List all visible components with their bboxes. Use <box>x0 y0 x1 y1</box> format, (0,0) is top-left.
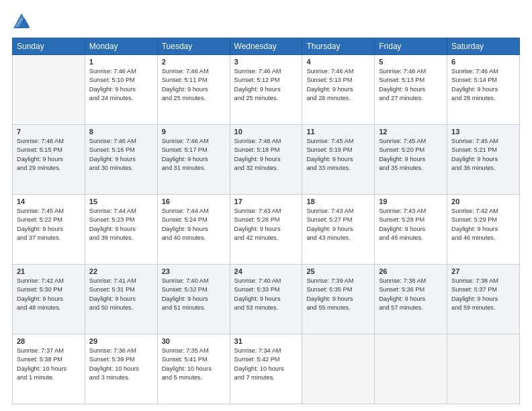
day-info: Sunrise: 7:34 AMSunset: 5:42 PMDaylight:… <box>234 347 298 382</box>
day-info: Sunrise: 7:46 AMSunset: 5:10 PMDaylight:… <box>89 67 153 103</box>
day-info: Sunrise: 7:39 AMSunset: 5:35 PMDaylight:… <box>306 277 370 312</box>
day-number: 27 <box>451 267 515 275</box>
day-info: Sunrise: 7:45 AMSunset: 5:21 PMDaylight:… <box>451 137 515 173</box>
calendar: SundayMondayTuesdayWednesdayThursdayFrid… <box>12 38 520 404</box>
logo-icon <box>12 12 31 31</box>
day-number: 4 <box>306 58 370 66</box>
day-number: 24 <box>234 267 298 275</box>
day-number: 5 <box>379 58 443 66</box>
day-info: Sunrise: 7:35 AMSunset: 5:41 PMDaylight:… <box>162 347 226 382</box>
calendar-cell: 7Sunrise: 7:46 AMSunset: 5:15 PMDaylight… <box>13 125 85 195</box>
calendar-cell: 18Sunrise: 7:43 AMSunset: 5:27 PMDayligh… <box>302 195 375 265</box>
calendar-cell: 2Sunrise: 7:46 AMSunset: 5:11 PMDaylight… <box>157 55 230 125</box>
calendar-cell: 12Sunrise: 7:45 AMSunset: 5:20 PMDayligh… <box>375 125 447 195</box>
day-info: Sunrise: 7:43 AMSunset: 5:28 PMDaylight:… <box>379 207 443 242</box>
day-number: 9 <box>162 128 226 136</box>
day-info: Sunrise: 7:46 AMSunset: 5:15 PMDaylight:… <box>17 137 81 173</box>
calendar-cell: 11Sunrise: 7:45 AMSunset: 5:19 PMDayligh… <box>302 125 375 195</box>
day-number: 19 <box>379 197 443 205</box>
day-header-wednesday: Wednesday <box>230 38 302 55</box>
calendar-cell: 27Sunrise: 7:38 AMSunset: 5:37 PMDayligh… <box>447 265 520 334</box>
day-info: Sunrise: 7:46 AMSunset: 5:14 PMDaylight:… <box>451 67 515 103</box>
day-info: Sunrise: 7:46 AMSunset: 5:17 PMDaylight:… <box>162 137 226 173</box>
day-info: Sunrise: 7:42 AMSunset: 5:29 PMDaylight:… <box>451 207 515 242</box>
day-info: Sunrise: 7:46 AMSunset: 5:13 PMDaylight:… <box>379 67 443 103</box>
page: SundayMondayTuesdayWednesdayThursdayFrid… <box>0 0 532 411</box>
calendar-cell <box>302 334 375 404</box>
calendar-week-row: 28Sunrise: 7:37 AMSunset: 5:38 PMDayligh… <box>13 334 520 404</box>
day-info: Sunrise: 7:37 AMSunset: 5:38 PMDaylight:… <box>17 347 81 382</box>
day-header-saturday: Saturday <box>447 38 520 55</box>
day-info: Sunrise: 7:46 AMSunset: 5:12 PMDaylight:… <box>234 67 298 103</box>
logo <box>12 12 34 31</box>
calendar-cell: 13Sunrise: 7:45 AMSunset: 5:21 PMDayligh… <box>447 125 520 195</box>
day-info: Sunrise: 7:42 AMSunset: 5:30 PMDaylight:… <box>17 277 81 312</box>
day-number: 25 <box>306 267 370 275</box>
header <box>12 12 520 31</box>
day-number: 22 <box>89 267 153 275</box>
calendar-cell <box>13 55 85 125</box>
day-info: Sunrise: 7:43 AMSunset: 5:26 PMDaylight:… <box>234 207 298 242</box>
day-info: Sunrise: 7:46 AMSunset: 5:16 PMDaylight:… <box>89 137 153 173</box>
day-number: 31 <box>234 337 298 345</box>
day-header-monday: Monday <box>85 38 157 55</box>
calendar-cell: 16Sunrise: 7:44 AMSunset: 5:24 PMDayligh… <box>157 195 230 265</box>
calendar-cell: 1Sunrise: 7:46 AMSunset: 5:10 PMDaylight… <box>85 55 157 125</box>
calendar-cell: 23Sunrise: 7:40 AMSunset: 5:32 PMDayligh… <box>157 265 230 334</box>
day-number: 13 <box>451 128 515 136</box>
calendar-cell: 24Sunrise: 7:40 AMSunset: 5:33 PMDayligh… <box>230 265 302 334</box>
day-header-friday: Friday <box>375 38 447 55</box>
day-number: 16 <box>162 197 226 205</box>
calendar-week-row: 7Sunrise: 7:46 AMSunset: 5:15 PMDaylight… <box>13 125 520 195</box>
day-header-thursday: Thursday <box>302 38 375 55</box>
day-info: Sunrise: 7:36 AMSunset: 5:39 PMDaylight:… <box>89 347 153 382</box>
calendar-cell: 17Sunrise: 7:43 AMSunset: 5:26 PMDayligh… <box>230 195 302 265</box>
day-info: Sunrise: 7:44 AMSunset: 5:23 PMDaylight:… <box>89 207 153 242</box>
day-info: Sunrise: 7:40 AMSunset: 5:32 PMDaylight:… <box>162 277 226 312</box>
calendar-header-row: SundayMondayTuesdayWednesdayThursdayFrid… <box>13 38 520 55</box>
calendar-cell: 19Sunrise: 7:43 AMSunset: 5:28 PMDayligh… <box>375 195 447 265</box>
calendar-cell: 30Sunrise: 7:35 AMSunset: 5:41 PMDayligh… <box>157 334 230 404</box>
day-info: Sunrise: 7:40 AMSunset: 5:33 PMDaylight:… <box>234 277 298 312</box>
day-info: Sunrise: 7:41 AMSunset: 5:31 PMDaylight:… <box>89 277 153 312</box>
calendar-cell: 3Sunrise: 7:46 AMSunset: 5:12 PMDaylight… <box>230 55 302 125</box>
calendar-cell: 10Sunrise: 7:46 AMSunset: 5:18 PMDayligh… <box>230 125 302 195</box>
day-number: 21 <box>17 267 81 275</box>
calendar-cell <box>447 334 520 404</box>
day-header-sunday: Sunday <box>13 38 85 55</box>
day-number: 26 <box>379 267 443 275</box>
day-number: 30 <box>162 337 226 345</box>
calendar-cell: 26Sunrise: 7:38 AMSunset: 5:36 PMDayligh… <box>375 265 447 334</box>
calendar-week-row: 1Sunrise: 7:46 AMSunset: 5:10 PMDaylight… <box>13 55 520 125</box>
calendar-cell: 29Sunrise: 7:36 AMSunset: 5:39 PMDayligh… <box>85 334 157 404</box>
day-number: 20 <box>451 197 515 205</box>
day-number: 18 <box>306 197 370 205</box>
calendar-cell: 6Sunrise: 7:46 AMSunset: 5:14 PMDaylight… <box>447 55 520 125</box>
day-info: Sunrise: 7:44 AMSunset: 5:24 PMDaylight:… <box>162 207 226 242</box>
day-info: Sunrise: 7:46 AMSunset: 5:11 PMDaylight:… <box>162 67 226 103</box>
day-number: 3 <box>234 58 298 66</box>
day-info: Sunrise: 7:38 AMSunset: 5:37 PMDaylight:… <box>451 277 515 312</box>
day-info: Sunrise: 7:45 AMSunset: 5:22 PMDaylight:… <box>17 207 81 242</box>
day-number: 10 <box>234 128 298 136</box>
calendar-cell: 9Sunrise: 7:46 AMSunset: 5:17 PMDaylight… <box>157 125 230 195</box>
day-info: Sunrise: 7:45 AMSunset: 5:20 PMDaylight:… <box>379 137 443 173</box>
calendar-cell: 31Sunrise: 7:34 AMSunset: 5:42 PMDayligh… <box>230 334 302 404</box>
day-info: Sunrise: 7:38 AMSunset: 5:36 PMDaylight:… <box>379 277 443 312</box>
day-number: 2 <box>162 58 226 66</box>
calendar-week-row: 21Sunrise: 7:42 AMSunset: 5:30 PMDayligh… <box>13 265 520 334</box>
calendar-cell: 5Sunrise: 7:46 AMSunset: 5:13 PMDaylight… <box>375 55 447 125</box>
day-info: Sunrise: 7:46 AMSunset: 5:18 PMDaylight:… <box>234 137 298 173</box>
calendar-cell: 20Sunrise: 7:42 AMSunset: 5:29 PMDayligh… <box>447 195 520 265</box>
day-number: 23 <box>162 267 226 275</box>
calendar-cell <box>375 334 447 404</box>
day-number: 17 <box>234 197 298 205</box>
day-number: 6 <box>451 58 515 66</box>
day-number: 28 <box>17 337 81 345</box>
day-number: 12 <box>379 128 443 136</box>
day-info: Sunrise: 7:46 AMSunset: 5:13 PMDaylight:… <box>306 67 370 103</box>
calendar-cell: 22Sunrise: 7:41 AMSunset: 5:31 PMDayligh… <box>85 265 157 334</box>
day-number: 14 <box>17 197 81 205</box>
calendar-cell: 8Sunrise: 7:46 AMSunset: 5:16 PMDaylight… <box>85 125 157 195</box>
calendar-cell: 14Sunrise: 7:45 AMSunset: 5:22 PMDayligh… <box>13 195 85 265</box>
